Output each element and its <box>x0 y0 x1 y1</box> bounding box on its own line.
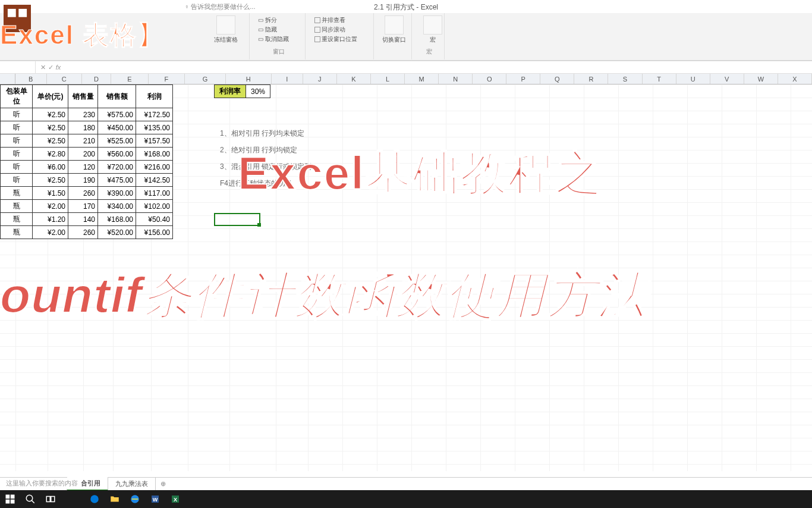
table-cell[interactable]: 听 <box>1 134 33 148</box>
col-header-R[interactable]: R <box>574 74 608 84</box>
side-by-side-button[interactable]: 并排查看 <box>313 15 369 25</box>
table-cell[interactable]: 听 <box>1 121 33 134</box>
col-header-X[interactable]: X <box>778 74 812 84</box>
col-header-E[interactable]: E <box>111 74 149 84</box>
confirm-formula-icon[interactable]: ✓ <box>48 64 53 71</box>
table-cell[interactable]: ¥1.50 <box>33 187 68 200</box>
fx-button[interactable]: fx <box>56 64 61 71</box>
col-header-M[interactable]: M <box>405 74 439 84</box>
col-header-O[interactable]: O <box>473 74 506 84</box>
table-cell[interactable]: ¥156.00 <box>136 226 173 239</box>
table-cell[interactable]: 260 <box>68 187 98 200</box>
freeze-panes-button[interactable]: 冻结窗格 <box>213 15 239 44</box>
table-cell[interactable]: 140 <box>68 213 98 226</box>
table-cell[interactable]: ¥2.80 <box>33 148 68 161</box>
table-cell[interactable]: ¥720.00 <box>98 161 136 174</box>
table-cell[interactable]: ¥2.50 <box>33 174 68 187</box>
col-header-V[interactable]: V <box>710 74 744 84</box>
table-cell[interactable]: ¥1.20 <box>33 213 68 226</box>
add-sheet-button[interactable]: ⊕ <box>156 480 170 488</box>
table-cell[interactable]: ¥50.40 <box>136 213 173 226</box>
col-header-K[interactable]: K <box>337 74 371 84</box>
table-cell[interactable]: 190 <box>68 174 98 187</box>
table-cell[interactable]: ¥2.50 <box>33 134 68 148</box>
col-header-W[interactable]: W <box>744 74 778 84</box>
table-cell[interactable]: 230 <box>68 108 98 121</box>
table-cell[interactable]: ¥2.00 <box>33 200 68 213</box>
sheet-tab-3[interactable]: 九九乘法表 <box>108 478 156 490</box>
start-button[interactable] <box>0 490 20 508</box>
formula-input[interactable] <box>65 61 812 73</box>
edge-icon[interactable] <box>84 490 105 508</box>
table-cell[interactable]: ¥2.50 <box>33 121 68 134</box>
sync-scroll-button[interactable]: 同步滚动 <box>313 25 369 35</box>
table-cell[interactable]: ¥6.00 <box>33 161 68 174</box>
table-cell[interactable]: ¥102.00 <box>136 200 173 213</box>
table-cell[interactable]: 听 <box>1 108 33 121</box>
table-cell[interactable]: ¥142.50 <box>136 174 173 187</box>
col-header-P[interactable]: P <box>506 74 540 84</box>
table-cell[interactable]: 瓶 <box>1 213 33 226</box>
table-cell[interactable]: ¥475.00 <box>98 174 136 187</box>
col-header-I[interactable]: I <box>272 74 303 84</box>
macros-button[interactable]: 宏 <box>420 15 446 44</box>
table-cell[interactable]: ¥117.00 <box>136 187 173 200</box>
col-header-J[interactable]: J <box>303 74 337 84</box>
profit-rate-value[interactable]: 30% <box>246 85 270 98</box>
table-cell[interactable]: 210 <box>68 134 98 148</box>
table-cell[interactable]: 听 <box>1 174 33 187</box>
table-cell[interactable]: ¥560.00 <box>98 148 136 161</box>
task-view-icon[interactable] <box>40 490 61 508</box>
col-header-F[interactable]: F <box>149 74 185 84</box>
table-cell[interactable]: 120 <box>68 161 98 174</box>
col-header-C[interactable]: C <box>47 74 82 84</box>
col-header-D[interactable]: D <box>82 74 111 84</box>
taskbar-search-hint[interactable]: 这里输入你要搜索的内容 <box>2 478 81 489</box>
table-cell[interactable]: ¥168.00 <box>98 213 136 226</box>
table-cell[interactable]: 听 <box>1 148 33 161</box>
table-cell[interactable]: ¥2.00 <box>33 226 68 239</box>
col-header-U[interactable]: U <box>676 74 710 84</box>
table-cell[interactable]: 260 <box>68 226 98 239</box>
table-cell[interactable]: ¥216.00 <box>136 161 173 174</box>
col-header-G[interactable]: G <box>185 74 226 84</box>
tell-me-search[interactable]: ♀ 告诉我您想要做什么... <box>184 2 255 11</box>
col-header-N[interactable]: N <box>439 74 473 84</box>
hide-button[interactable]: ▭ 隐藏 <box>257 25 300 35</box>
folder-icon[interactable] <box>105 490 125 508</box>
reset-pos-button[interactable]: 重设窗口位置 <box>313 35 369 44</box>
table-cell[interactable]: ¥2.50 <box>33 108 68 121</box>
table-cell[interactable]: 170 <box>68 200 98 213</box>
table-cell[interactable]: 瓶 <box>1 187 33 200</box>
table-cell[interactable]: ¥525.00 <box>98 134 136 148</box>
col-header-T[interactable]: T <box>643 74 676 84</box>
table-cell[interactable]: ¥157.50 <box>136 134 173 148</box>
table-cell[interactable]: 180 <box>68 121 98 134</box>
col-header-B[interactable]: B <box>15 74 47 84</box>
table-cell[interactable]: 瓶 <box>1 200 33 213</box>
col-header-H[interactable]: H <box>226 74 272 84</box>
switch-window-button[interactable]: 切换窗口 <box>381 15 407 44</box>
search-icon[interactable] <box>20 490 40 508</box>
word-icon[interactable]: W <box>145 490 165 508</box>
select-all-corner[interactable] <box>0 74 15 84</box>
table-cell[interactable]: 瓶 <box>1 226 33 239</box>
table-cell[interactable]: 听 <box>1 161 33 174</box>
table-cell[interactable]: ¥390.00 <box>98 187 136 200</box>
excel-icon[interactable]: X <box>165 490 185 508</box>
col-header-L[interactable]: L <box>371 74 405 84</box>
table-cell[interactable]: ¥575.00 <box>98 108 136 121</box>
table-cell[interactable]: ¥450.00 <box>98 121 136 134</box>
col-header-S[interactable]: S <box>608 74 642 84</box>
table-cell[interactable]: ¥340.00 <box>98 200 136 213</box>
table-cell[interactable]: ¥168.00 <box>136 148 173 161</box>
cancel-formula-icon[interactable]: ✕ <box>40 64 46 71</box>
table-cell[interactable]: ¥520.00 <box>98 226 136 239</box>
table-cell[interactable]: ¥135.00 <box>136 121 173 134</box>
ie-icon[interactable] <box>125 490 145 508</box>
col-header-Q[interactable]: Q <box>540 74 574 84</box>
unhide-button[interactable]: ▭ 取消隐藏 <box>257 35 300 44</box>
split-button[interactable]: ▭ 拆分 <box>257 15 300 25</box>
name-box[interactable] <box>0 61 36 73</box>
fill-handle[interactable] <box>257 223 261 227</box>
